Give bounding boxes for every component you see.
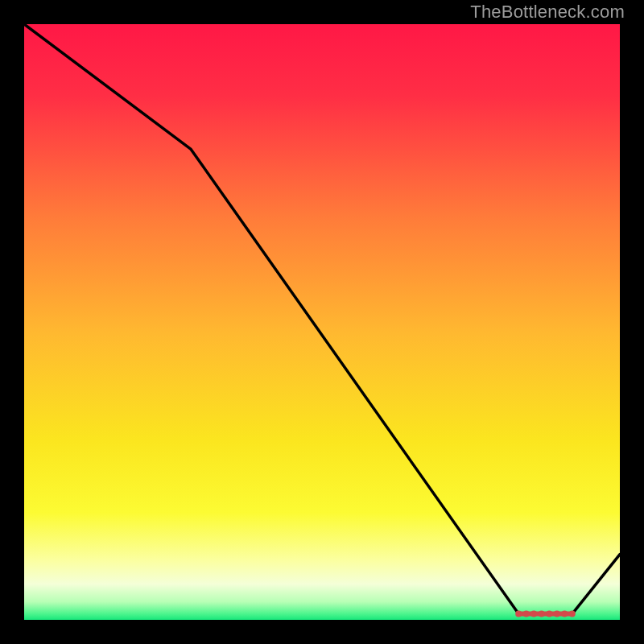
svg-point-4 xyxy=(539,611,545,617)
bottleneck-chart xyxy=(24,24,620,620)
svg-point-1 xyxy=(515,611,522,617)
chart-container: TheBottleneck.com xyxy=(0,0,644,644)
svg-point-3 xyxy=(530,611,537,617)
svg-point-5 xyxy=(546,611,552,617)
gradient-background xyxy=(24,24,620,620)
svg-point-6 xyxy=(554,611,560,617)
optimum-marker xyxy=(515,611,576,617)
svg-point-7 xyxy=(561,611,568,617)
svg-point-2 xyxy=(523,611,530,617)
svg-point-8 xyxy=(569,611,576,617)
attribution-text: TheBottleneck.com xyxy=(470,2,625,23)
